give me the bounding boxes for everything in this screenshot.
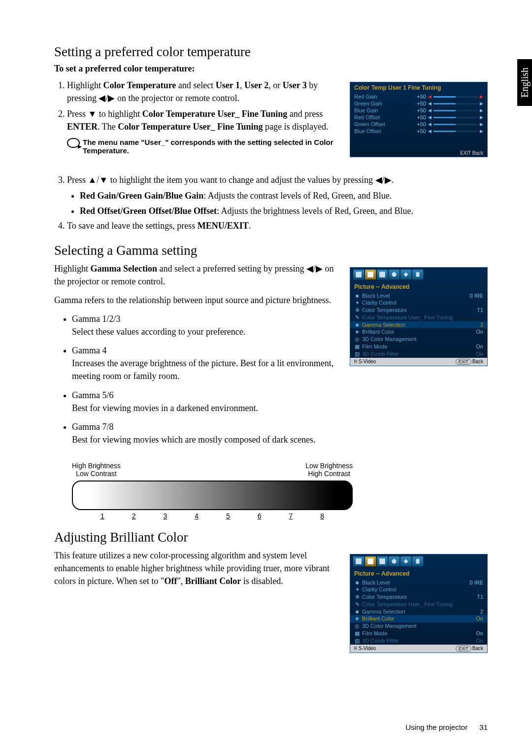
note-icon [67, 138, 80, 148]
g4-desc: Best for viewing movies which are mostly… [72, 433, 340, 446]
osd-menu-row: ◎3D Color Management [350, 622, 487, 630]
osd-menu-row: ▦Film ModeOn [350, 630, 487, 637]
gc-num: 3 [163, 512, 167, 520]
subheading-color-temp: To set a preferred color temperature: [54, 64, 488, 74]
src-icon-2: ⎘ [354, 646, 357, 651]
osd-tabs [350, 268, 487, 281]
g4: Gamma 7/8 [72, 422, 113, 432]
g1-desc: Select these values according to your pr… [72, 325, 340, 338]
gc-num: 6 [258, 512, 262, 520]
heading-gamma: Selecting a Gamma setting [54, 243, 488, 258]
osd-menu-row: ▨3D Comb FilterOn [350, 350, 487, 358]
osd2-source: S-Video [359, 359, 376, 364]
gamma-chart: High Brightness Low Contrast Low Brightn… [72, 462, 353, 520]
gc-right-a: Low Brightness [305, 462, 353, 470]
osd-menu-row: ■Black Level0 IRE [350, 579, 487, 586]
g3: Gamma 5/6 [72, 390, 113, 400]
sub-list: Red Gain/Green Gain/Blue Gain: Adjusts t… [54, 189, 488, 217]
heading-brilliant: Adjusting Brilliant Color [54, 530, 488, 545]
svg-rect-5 [356, 558, 362, 564]
osd-menu-row: ■Black Level0 IRE [350, 292, 487, 299]
gc-num: 4 [195, 512, 199, 520]
osd1-row: Green Gain+50◀▶ [350, 100, 487, 107]
osd1-row: Blue Offset+50◀▶ [350, 128, 487, 135]
osd-menu-row: ✦Clarity Control [350, 299, 487, 307]
gc-left-b: Low Contrast [72, 470, 121, 478]
osd-tabs-2 [350, 554, 487, 568]
osd-menu-title: Picture -- Advanced [350, 281, 487, 292]
svg-rect-0 [356, 272, 362, 277]
svg-rect-2 [379, 272, 385, 277]
page-footer: Using the projector 31 [405, 723, 488, 731]
osd1-row: Green Offset+50◀▶ [350, 121, 487, 128]
steps-list: Highlight Color Temperature and select U… [54, 79, 340, 133]
sub-2: Red Offset/Green Offset/Blue Offset: Adj… [80, 205, 488, 217]
osd-menu-title-2: Picture -- Advanced [350, 568, 487, 579]
step-2: Press ▼ to highlight Color Temperature U… [67, 107, 340, 133]
osd-picture-adv-brilliant: Picture -- Advanced ■Black Level0 IRE✦Cl… [350, 554, 488, 653]
g2: Gamma 4 [72, 345, 106, 355]
gamma-list: Gamma 1/2/3Select these values according… [54, 312, 340, 446]
osd-menu-row: ◎3D Color Management [350, 336, 487, 343]
footer-section: Using the projector [405, 723, 467, 731]
svg-rect-7 [379, 558, 385, 564]
osd1-row: Red Gain+50◀▶ [350, 93, 487, 100]
osd2-back: Back [472, 359, 483, 364]
osd-menu-row: ❄Color TemperatureT1 [350, 307, 487, 314]
gc-num: 1 [100, 512, 104, 520]
svg-rect-6 [367, 558, 373, 564]
svg-rect-4 [416, 272, 420, 276]
osd3-back: Back [472, 646, 483, 651]
gc-left-a: High Brightness [72, 462, 121, 470]
osd1-row: Blue Gain+50◀▶ [350, 107, 487, 114]
note-box: The menu name "User_" corresponds with t… [67, 138, 340, 155]
osd1-back: Back [472, 150, 483, 156]
gc-num: 8 [320, 512, 324, 520]
osd-menu-row: ★Brilliant ColorOn [350, 328, 487, 336]
step-1: Highlight Color Temperature and select U… [67, 79, 340, 104]
osd-picture-adv-gamma: Picture -- Advanced ■Black Level0 IRE✦Cl… [350, 267, 488, 366]
osd-fine-tuning: Color Temp User 1 Fine Tuning Red Gain+5… [350, 82, 488, 157]
gc-numbers: 12345678 [72, 512, 353, 520]
osd3-source: S-Video [359, 646, 376, 651]
osd1-title: Color Temp User 1 Fine Tuning [350, 82, 487, 93]
osd-menu-row: ✦Clarity Control [350, 586, 487, 593]
gc-gradient [72, 481, 353, 510]
heading-color-temp: Setting a preferred color temperature [54, 44, 488, 60]
gamma-p1: Highlight Gamma Selection and select a p… [54, 262, 340, 288]
footer-page: 31 [479, 723, 488, 731]
osd-menu-row: ■Gamma Selection2 [350, 321, 487, 328]
osd-menu-row: ■Gamma Selection2 [350, 608, 487, 615]
g2-desc: Increases the average brightness of the … [72, 357, 340, 382]
note-text: The menu name "User_" corresponds with t… [83, 138, 340, 155]
osd3-exit: EXIT [456, 646, 471, 652]
gc-right-b: High Contrast [305, 470, 353, 478]
svg-rect-9 [416, 559, 420, 563]
gc-num: 5 [226, 512, 230, 520]
osd-menu-row: ★Brilliant ColorOn [350, 615, 487, 622]
language-tab: English [517, 59, 532, 106]
gamma-p2: Gamma refers to the relationship between… [54, 294, 340, 307]
osd1-row: Red Offset+50◀▶ [350, 114, 487, 121]
osd-menu-row: ✎Color Temperature User_ Fine Tuning [350, 314, 487, 321]
osd2-exit: EXIT [456, 359, 471, 365]
osd-menu-row: ▦Film ModeOn [350, 343, 487, 350]
brilliant-p1: This feature utilizes a new color-proces… [54, 549, 340, 587]
steps-list-cont2: To save and leave the settings, press ME… [54, 219, 488, 232]
osd-menu-row: ❄Color TemperatureT1 [350, 593, 487, 601]
src-icon: ⎘ [354, 359, 357, 364]
sub-1: Red Gain/Green Gain/Blue Gain: Adjusts t… [80, 189, 488, 202]
svg-point-8 [392, 559, 396, 563]
osd1-exit: EXIT [460, 150, 471, 156]
gc-num: 2 [132, 512, 136, 520]
steps-list-cont: Press ▲/▼ to highlight the item you want… [54, 173, 488, 186]
g3-desc: Best for viewing movies in a darkened en… [72, 402, 340, 414]
osd-menu-row: ✎Color Temperature User_ Fine Tuning [350, 601, 487, 608]
step-3: Press ▲/▼ to highlight the item you want… [67, 173, 488, 186]
gc-num: 7 [289, 512, 293, 520]
svg-point-3 [392, 272, 396, 276]
osd-menu-row: ▨3D Comb FilterOn [350, 637, 487, 645]
step-4: To save and leave the settings, press ME… [67, 219, 488, 232]
svg-rect-1 [367, 272, 373, 277]
g1: Gamma 1/2/3 [72, 314, 120, 324]
